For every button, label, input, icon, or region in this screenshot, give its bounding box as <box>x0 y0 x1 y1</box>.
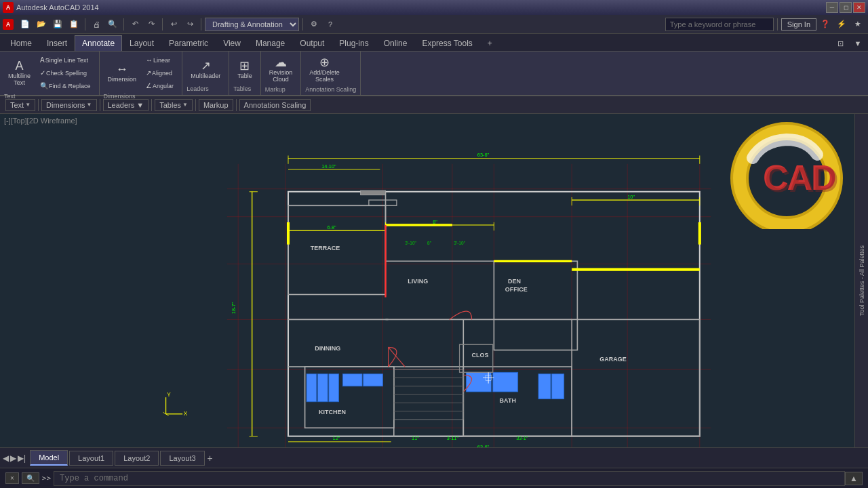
tab-plugins[interactable]: Plug-ins <box>332 35 376 51</box>
tab-output[interactable]: Output <box>292 35 332 51</box>
save-as-button[interactable]: 📋 <box>66 17 81 32</box>
sign-in-button[interactable]: Sign In <box>781 18 816 30</box>
leaders-dropdown[interactable]: Leaders ▼ <box>103 99 149 111</box>
find-replace-button[interactable]: 🔍 Find & Replace <box>36 80 95 92</box>
help-icon-button[interactable]: ❓ <box>818 17 833 32</box>
text-icon: A <box>16 60 24 72</box>
revision-cloud-button[interactable]: ☁ RevisionCloud <box>265 54 297 85</box>
cmd-close-button[interactable]: × <box>5 472 19 484</box>
drawing-canvas[interactable]: [-][Top][2D Wireframe] 63- <box>0 114 854 447</box>
angular-dim-button[interactable]: ∠Angular <box>142 80 178 92</box>
tab-view[interactable]: View <box>216 35 248 51</box>
close-button[interactable]: ✕ <box>853 2 865 13</box>
ann-sep-3 <box>151 99 152 111</box>
svg-text:33-1": 33-1" <box>516 435 528 441</box>
annotation-scale-button[interactable]: ⊕ Add/DeleteScales <box>305 54 344 85</box>
svg-rect-93 <box>361 190 386 195</box>
tab-scroll-left[interactable]: ◀ <box>3 453 9 463</box>
ribbon-group-annotation-scaling: ⊕ Add/DeleteScales Annotation Scaling <box>301 52 361 95</box>
exchange-button[interactable]: ⚡ <box>834 17 849 32</box>
minimize-button[interactable]: ─ <box>826 2 838 13</box>
dimension-button[interactable]: ↔ Dimension <box>104 61 141 85</box>
layout1-tab[interactable]: Layout1 <box>69 451 113 466</box>
undo2-button[interactable]: ↩ <box>166 17 181 32</box>
svg-rect-58 <box>329 374 339 402</box>
redo-button[interactable]: ↷ <box>144 17 159 32</box>
plot-preview-button[interactable]: 🔍 <box>105 17 120 32</box>
check-spelling-button[interactable]: ✓ Check Spelling <box>36 67 95 79</box>
open-button[interactable]: 📂 <box>34 17 49 32</box>
aligned-dim-button[interactable]: ↗Aligned <box>142 67 178 79</box>
model-tab[interactable]: Model <box>30 450 68 466</box>
linear-dim-button[interactable]: ↔Linear <box>142 54 178 66</box>
svg-text:3'-10": 3'-10" <box>454 241 465 245</box>
title-bar-text: Autodesk AutoCAD 2014 <box>16 3 99 12</box>
title-bar-controls[interactable]: ─ ◻ ✕ <box>826 2 865 13</box>
svg-text:11": 11" <box>412 435 419 441</box>
leader-icon: ↗ <box>201 60 211 72</box>
add-layout-button[interactable]: + <box>208 453 213 464</box>
svg-text:63-6": 63-6" <box>477 444 490 447</box>
cmd-search-button[interactable]: 🔍 <box>22 472 39 484</box>
tab-online[interactable]: Online <box>376 35 415 51</box>
tab-home[interactable]: Home <box>3 35 39 51</box>
help-button[interactable]: ? <box>323 17 338 32</box>
tab-insert[interactable]: Insert <box>39 35 75 51</box>
ann-sep-4 <box>195 99 196 111</box>
layout3-tab[interactable]: Layout3 <box>160 451 204 466</box>
separator-3 <box>162 18 163 30</box>
tables-dropdown[interactable]: Tables ▼ <box>155 99 193 111</box>
markup-item[interactable]: Markup <box>199 99 233 111</box>
save-button[interactable]: 💾 <box>50 17 65 32</box>
table-button[interactable]: ⊞ Table <box>233 58 256 81</box>
cmd-expand-button[interactable]: ▲ <box>845 472 863 485</box>
command-input[interactable] <box>54 471 845 486</box>
customization-button[interactable]: ⚙ <box>307 17 321 32</box>
tab-parametric[interactable]: Parametric <box>161 35 216 51</box>
command-line: × 🔍 >> ▲ <box>0 468 868 488</box>
ann-sep-5 <box>236 99 237 111</box>
svg-text:KITCHEN: KITCHEN <box>319 409 346 415</box>
undo-button[interactable]: ↶ <box>127 17 142 32</box>
tool-palettes-label: Tool Palettes - All Palettes <box>856 243 868 319</box>
tab-scroll-arrows: ◀ ▶ ▶| <box>0 453 28 463</box>
featured-apps-button[interactable]: ★ <box>850 17 865 32</box>
panel-cycle-button[interactable]: ⊡ <box>833 36 848 51</box>
markup-group-buttons: ☁ RevisionCloud <box>265 54 297 85</box>
multiline-text-button[interactable]: A MultilineText <box>4 58 35 88</box>
tab-scroll-right[interactable]: ▶ <box>10 453 16 463</box>
tab-add[interactable]: + <box>480 35 500 51</box>
ann-sep-2 <box>100 99 100 111</box>
restore-button[interactable]: ◻ <box>840 2 852 13</box>
svg-text:3'-10": 3'-10" <box>405 241 416 245</box>
tab-layout[interactable]: Layout <box>122 35 161 51</box>
workspace-dropdown[interactable]: Drafting & Annotation <box>205 18 299 31</box>
svg-rect-60 <box>363 374 383 386</box>
single-line-text-button[interactable]: A Single Line Text <box>36 54 95 66</box>
separator-1 <box>85 18 85 30</box>
dimensions-dropdown[interactable]: Dimensions ▼ <box>41 99 96 111</box>
text-dropdown[interactable]: Text ▼ <box>5 99 35 111</box>
search-input[interactable] <box>665 18 774 31</box>
panel-minimize-button[interactable]: ▼ <box>850 36 865 51</box>
annotation-scaling-item[interactable]: Annotation Scaling <box>239 99 311 111</box>
new-button[interactable]: 📄 <box>18 17 33 32</box>
tab-annotate[interactable]: Annotate <box>75 35 122 51</box>
redo2-button[interactable]: ↪ <box>182 17 197 32</box>
tab-manage[interactable]: Manage <box>248 35 292 51</box>
ribbon-tabs: Home Insert Annotate Layout Parametric V… <box>0 34 868 52</box>
tab-bar: ◀ ▶ ▶| Model Layout1 Layout2 Layout3 + <box>0 447 868 468</box>
svg-text:12": 12" <box>333 435 340 441</box>
print-button[interactable]: 🖨 <box>89 17 104 32</box>
svg-text:3-11": 3-11" <box>447 435 459 441</box>
layout2-tab[interactable]: Layout2 <box>115 451 159 466</box>
tab-express-tools[interactable]: Express Tools <box>414 35 479 51</box>
svg-text:DEN: DEN <box>508 278 521 285</box>
annotation-bar: Text ▼ Dimensions ▼ Leaders ▼ Tables ▼ M… <box>0 96 868 114</box>
tab-scroll-right2[interactable]: ▶| <box>18 453 26 463</box>
ribbon-group-dimensions: ↔ Dimension ↔Linear ↗Aligned ∠Angular Di… <box>100 52 183 95</box>
tool-palettes-panel[interactable]: Tool Palettes - All Palettes <box>854 114 868 447</box>
multileader-button[interactable]: ↗ Multileader <box>186 58 224 81</box>
annotation-scaling-buttons: ⊕ Add/DeleteScales <box>305 54 344 85</box>
text-group-buttons: A MultilineText A Single Line Text ✓ Che… <box>4 54 95 92</box>
